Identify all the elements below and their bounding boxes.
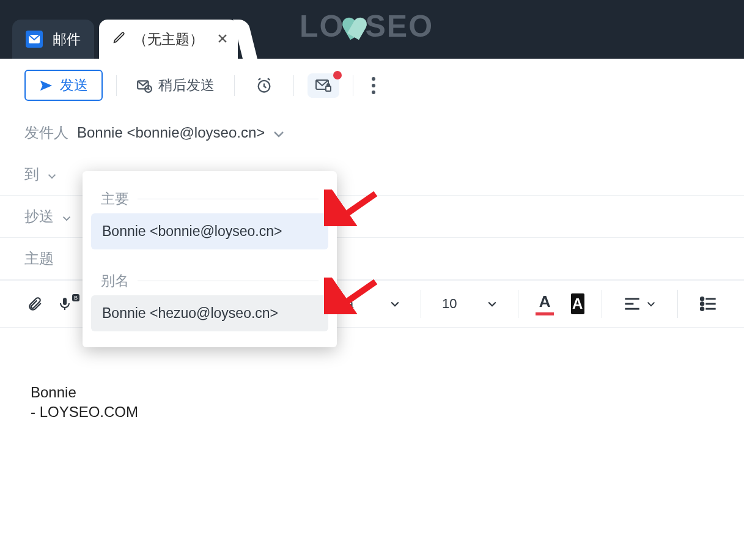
send-later-button[interactable]: 稍后发送 [130,72,221,98]
send-button[interactable]: 发送 [24,70,103,101]
watermark-logo: LO SEO [300,9,433,44]
more-menu-button[interactable] [367,77,380,94]
font-color-bar-icon [536,312,554,315]
from-value[interactable]: Bonnie <bonnie@loyseo.cn> [77,124,265,141]
reminder-button[interactable] [248,72,280,99]
from-label: 发件人 [24,123,68,142]
align-button[interactable] [619,293,660,315]
svg-line-7 [268,78,270,79]
svg-point-17 [701,303,704,306]
heart-icon [343,17,366,40]
dropdown-alias-title: 别名 [91,271,328,295]
send-button-label: 发送 [60,76,88,95]
svg-line-6 [259,78,261,79]
highlight-letter: A [572,295,583,312]
close-tab-icon[interactable] [217,31,228,48]
divider [234,75,235,96]
attach-button[interactable] [22,292,48,316]
highlight-button[interactable]: A [571,293,584,314]
from-address-dropdown: 主要 Bonnie <bonnie@loyseo.cn> 别名 Bonnie <… [83,171,337,347]
notification-dot-icon [333,71,342,79]
divider [116,75,117,96]
chevron-down-icon[interactable] [48,166,56,183]
divider [138,281,319,281]
dropdown-alias-title-text: 别名 [101,271,129,290]
from-row: 发件人 Bonnie <bonnie@loyseo.cn> [0,112,744,153]
dropdown-primary-title-text: 主要 [101,190,129,208]
svg-rect-10 [63,298,67,305]
tab-mail[interactable]: 邮件 [12,20,94,59]
to-label: 到 [24,164,39,184]
font-color-button[interactable]: A [536,292,554,315]
list-button[interactable] [695,293,722,315]
font-size-value: 10 [442,296,457,312]
send-later-label: 稍后发送 [158,76,215,95]
divider [353,75,353,96]
dropdown-alias-item[interactable]: Bonnie <hezuo@loyseo.cn> [91,295,328,331]
dropdown-primary-item[interactable]: Bonnie <bonnie@loyseo.cn> [91,213,328,249]
compose-toolbar: 发送 稍后发送 [0,59,744,112]
chevron-down-icon[interactable] [273,124,284,141]
pencil-icon [112,31,126,48]
dropdown-primary-title: 主要 [91,190,328,213]
voice-badge-icon: B [72,294,79,301]
divider [138,199,319,199]
divider [293,75,294,96]
font-color-letter: A [539,292,551,311]
chevron-down-icon[interactable] [62,208,71,225]
tab-bar: 邮件 （无主题） LO SEO [0,0,744,59]
subject-label: 主题 [24,249,54,268]
tab-compose-label: （无主题） [133,30,204,49]
mail-icon [26,31,43,48]
watermark-pre: LO [300,9,344,44]
tab-mail-label: 邮件 [53,30,81,49]
secure-mail-button[interactable] [308,73,339,98]
divider [518,290,518,318]
font-size-select[interactable]: 10 [438,293,501,314]
tab-compose[interactable]: （无主题） [99,20,238,59]
divider [602,290,602,318]
svg-rect-9 [326,86,331,91]
cc-label: 抄送 [24,207,54,226]
divider [677,290,678,318]
message-body[interactable]: Bonnie - LOYSEO.COM [0,328,744,477]
svg-point-19 [701,308,704,311]
watermark-post: SEO [365,9,433,44]
divider [421,290,421,318]
svg-point-15 [701,298,704,301]
